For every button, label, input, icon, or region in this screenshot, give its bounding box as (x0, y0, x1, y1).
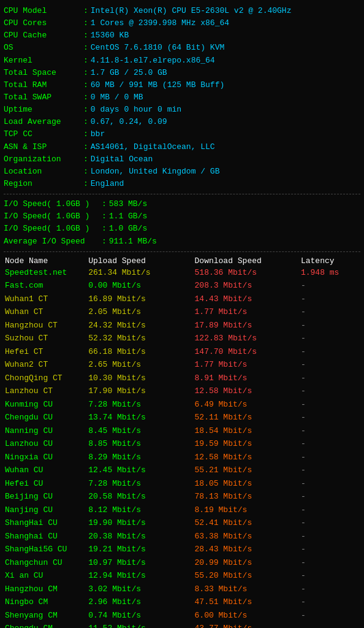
avg-io-label: Average I/O Speed (4, 236, 102, 248)
total-space-row: Total Space : 1.7 GB / 25.0 GB (4, 67, 360, 79)
table-row: Ningxia CU8.29 Mbit/s12.58 Mbit/s- (4, 451, 360, 464)
download-speed: 52.11 Mbit/s (194, 411, 300, 424)
latency: - (300, 609, 360, 622)
cpu-cache-row: CPU Cache : 15360 KB (4, 29, 360, 42)
upload-speed: 8.45 Mbit/s (87, 424, 193, 438)
cpu-cores-value: 1 Cores @ 2399.998 MHz x86_64 (91, 17, 229, 29)
table-row: Shanghai CU20.38 Mbit/s63.38 Mbit/s- (4, 530, 360, 543)
upload-speed: 19.90 Mbit/s (87, 516, 193, 530)
node-name: Beijing CU (4, 490, 87, 504)
download-speed: 208.3 Mbit/s (194, 279, 300, 293)
download-speed: 19.59 Mbit/s (194, 437, 300, 451)
node-name: Xi an CU (4, 569, 87, 583)
upload-speed: 52.32 Mbit/s (87, 332, 193, 345)
load-avg-value: 0.67, 0.24, 0.09 (91, 116, 167, 128)
latency: - (300, 490, 360, 504)
col-download-header: Download Speed (194, 256, 300, 266)
download-speed: 1.77 Mbit/s (194, 358, 300, 372)
upload-speed: 8.12 Mbit/s (87, 504, 193, 517)
upload-speed: 24.32 Mbit/s (87, 319, 193, 332)
table-row: Hefei CT66.18 Mbit/s147.70 Mbit/s- (4, 345, 360, 359)
location-row: Location : London, United Kingdom / GB (4, 166, 360, 178)
table-row: ChongQing CT10.30 Mbit/s8.91 Mbit/s- (4, 372, 360, 385)
upload-speed: 19.21 Mbit/s (87, 543, 193, 556)
col-upload-header: Upload Speed (87, 256, 193, 266)
download-speed: 14.43 Mbit/s (194, 293, 300, 306)
latency: - (300, 319, 360, 332)
avg-io-row: Average I/O Speed : 911.1 MB/s (4, 236, 360, 248)
upload-speed: 8.85 Mbit/s (87, 437, 193, 451)
asn-isp-row: ASN & ISP : AS14061, DigitalOcean, LLC (4, 141, 360, 153)
download-speed: 8.33 Mbit/s (194, 583, 300, 596)
latency: - (300, 556, 360, 570)
table-header: Node Name Upload Speed Download Speed La… (4, 256, 360, 266)
uptime-value: 0 days 0 hour 0 min (91, 104, 181, 116)
latency: - (300, 385, 360, 398)
total-ram-label: Total RAM (4, 79, 83, 91)
region-label: Region (4, 178, 83, 190)
latency: - (300, 411, 360, 424)
upload-speed: 13.74 Mbit/s (87, 411, 193, 424)
io3-row: I/O Speed( 1.0GB ) : 1.0 GB/s (4, 223, 360, 235)
table-row: Beijing CU20.58 Mbit/s78.13 Mbit/s- (4, 490, 360, 504)
load-avg-row: Load Average : 0.67, 0.24, 0.09 (4, 116, 360, 128)
download-speed: 1.77 Mbit/s (194, 305, 300, 319)
latency: - (300, 398, 360, 412)
location-value: London, United Kingdom / GB (91, 166, 220, 178)
table-row: Suzhou CT52.32 Mbit/s122.83 Mbit/s- (4, 332, 360, 345)
cpu-cache-value: 15360 KB (91, 29, 129, 42)
load-avg-label: Load Average (4, 116, 83, 128)
download-speed: 122.83 Mbit/s (194, 332, 300, 345)
speed-table: Node Name Upload Speed Download Speed La… (4, 256, 360, 628)
org-value: Digital Ocean (91, 153, 153, 166)
table-row: Wuhan CU12.45 Mbit/s55.21 Mbit/s- (4, 464, 360, 477)
region-row: Region : England (4, 178, 360, 190)
node-name: Hefei CU (4, 477, 87, 491)
io2-row: I/O Speed( 1.0GB ) : 1.1 GB/s (4, 210, 360, 223)
table-row: Wuhan CT2.05 Mbit/s1.77 Mbit/s- (4, 305, 360, 319)
node-name: ShangHai5G CU (4, 543, 87, 556)
total-swap-row: Total SWAP : 0 MB / 0 MB (4, 91, 360, 104)
node-name: Suzhou CT (4, 332, 87, 345)
cpu-model-row: CPU Model : Intel(R) Xeon(R) CPU E5-2630… (4, 5, 360, 17)
download-speed: 43.77 Mbit/s (194, 622, 300, 628)
table-row: ShangHai5G CU19.21 Mbit/s28.43 Mbit/s- (4, 543, 360, 556)
io1-label: I/O Speed( 1.0GB ) (4, 198, 102, 210)
divider-1 (4, 194, 360, 194)
latency: - (300, 622, 360, 628)
table-row: Wuhan1 CT16.89 Mbit/s14.43 Mbit/s- (4, 293, 360, 306)
upload-speed: 20.38 Mbit/s (87, 530, 193, 543)
table-row: Hangzhou CM3.02 Mbit/s8.33 Mbit/s- (4, 583, 360, 596)
tcp-cc-value: bbr (91, 128, 105, 140)
cpu-model-label: CPU Model (4, 5, 83, 17)
uptime-label: Uptime (4, 104, 83, 116)
node-name: Changchun CU (4, 556, 87, 570)
upload-speed: 10.30 Mbit/s (87, 372, 193, 385)
upload-speed: 20.58 Mbit/s (87, 490, 193, 504)
download-speed: 12.58 Mbit/s (194, 451, 300, 464)
latency: - (300, 516, 360, 530)
tcp-cc-row: TCP CC : bbr (4, 128, 360, 140)
table-row: Speedtest.net261.34 Mbit/s518.36 Mbit/s1… (4, 266, 360, 280)
download-speed: 28.43 Mbit/s (194, 543, 300, 556)
download-speed: 8.91 Mbit/s (194, 372, 300, 385)
upload-speed: 66.18 Mbit/s (87, 345, 193, 359)
table-row: ShangHai CU19.90 Mbit/s52.41 Mbit/s- (4, 516, 360, 530)
node-name: Nanjing CU (4, 504, 87, 517)
cpu-cores-label: CPU Cores (4, 17, 83, 29)
latency: - (300, 437, 360, 451)
download-speed: 55.21 Mbit/s (194, 464, 300, 477)
region-value: England (91, 178, 124, 190)
table-row: Shenyang CM0.74 Mbit/s6.00 Mbit/s- (4, 609, 360, 622)
node-name: Hangzhou CM (4, 583, 87, 596)
upload-speed: 0.00 Mbit/s (87, 279, 193, 293)
os-label: OS (4, 42, 83, 54)
upload-speed: 8.29 Mbit/s (87, 451, 193, 464)
latency: - (300, 345, 360, 359)
latency: - (300, 372, 360, 385)
table-row: Wuhan2 CT2.65 Mbit/s1.77 Mbit/s- (4, 358, 360, 372)
avg-io-value: 911.1 MB/s (109, 236, 157, 248)
latency: - (300, 358, 360, 372)
kernel-row: Kernel : 4.11.8-1.el7.elrepo.x86_64 (4, 55, 360, 67)
io3-value: 1.0 GB/s (109, 223, 147, 235)
